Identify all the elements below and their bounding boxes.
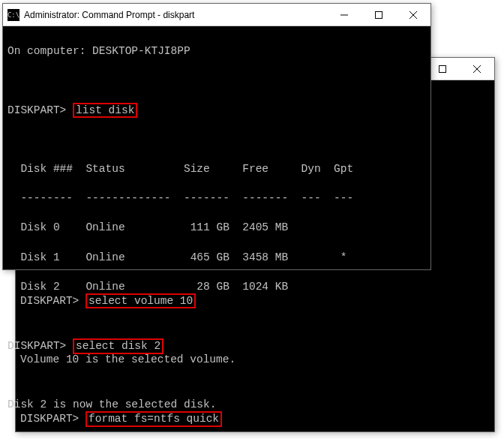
window-buttons-front bbox=[327, 4, 430, 26]
cmd-list-disk: list disk bbox=[73, 103, 137, 119]
close-button[interactable] bbox=[396, 4, 430, 26]
terminal-front[interactable]: On computer: DESKTOP-KTJI8PP DISKPART> l… bbox=[3, 26, 430, 439]
svg-rect-1 bbox=[440, 65, 446, 72]
minimize-button[interactable] bbox=[327, 4, 362, 26]
close-button[interactable] bbox=[460, 58, 494, 80]
cmd-select-disk: select disk 2 bbox=[73, 338, 164, 354]
window-title-front: Administrator: Command Prompt - diskpart bbox=[24, 10, 327, 20]
cmd-icon: C:\ bbox=[8, 9, 20, 21]
maximize-button[interactable] bbox=[362, 4, 396, 26]
select-disk-result: Disk 2 is now the selected disk. bbox=[8, 398, 426, 413]
prompt: DISKPART> bbox=[8, 104, 66, 116]
cmd-window-front: C:\ Administrator: Command Prompt - disk… bbox=[2, 3, 431, 270]
disk-header: Disk ### Status Size Free Dyn Gpt bbox=[8, 162, 426, 177]
titlebar-front[interactable]: C:\ Administrator: Command Prompt - disk… bbox=[3, 4, 430, 26]
disk-row: Disk 1 Online 465 GB 3458 MB * bbox=[8, 251, 426, 266]
disk-sep: -------- ------------- ------- ------- -… bbox=[8, 191, 426, 206]
disk-row: Disk 0 Online 111 GB 2405 MB bbox=[8, 221, 426, 236]
disk-row: Disk 2 Online 28 GB 1024 KB bbox=[8, 280, 426, 295]
computer-line: On computer: DESKTOP-KTJI8PP bbox=[8, 44, 426, 59]
svg-rect-5 bbox=[376, 11, 382, 18]
prompt: DISKPART> bbox=[8, 340, 66, 352]
